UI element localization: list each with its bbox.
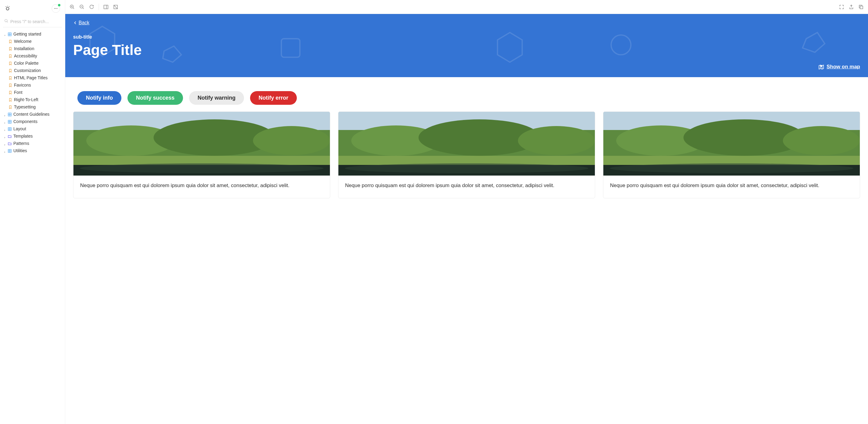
nav-label: Color Palette [14, 61, 38, 65]
caret-right-icon [4, 128, 6, 130]
grid-icon [8, 32, 11, 36]
hero-banner: Back sub-title Page Title Show on map [65, 14, 868, 77]
card: Neque porro quisquam est qui dolorem ips… [603, 111, 860, 198]
svg-point-38 [518, 126, 595, 155]
grid-icon [8, 120, 11, 123]
copy-icon[interactable] [858, 4, 864, 10]
back-link[interactable]: Back [73, 20, 90, 26]
svg-point-30 [253, 126, 330, 155]
caret-right-icon [4, 149, 6, 152]
nav-item-getting-started[interactable]: Getting started [3, 30, 62, 38]
app-logo-icon [5, 5, 10, 12]
card-text: Neque porro quisquam est qui dolorem ips… [73, 175, 330, 198]
nav-item-layout[interactable]: Layout [3, 125, 62, 133]
nav-label: Layout [13, 126, 26, 131]
card-text: Neque porro quisquam est qui dolorem ips… [338, 175, 595, 198]
nav-item-installation[interactable]: Installation [3, 45, 62, 52]
svg-point-33 [80, 163, 323, 173]
card: Neque porro quisquam est qui dolorem ips… [338, 111, 595, 198]
nav-label: Installation [14, 46, 34, 51]
bookmark-icon [8, 68, 12, 72]
svg-rect-12 [104, 5, 108, 9]
refresh-icon[interactable] [89, 4, 94, 10]
nav-item-font[interactable]: Font [3, 89, 62, 96]
nav-item-typesetting[interactable]: Typesetting [3, 103, 62, 111]
nav-label: HTML Page Titles [14, 75, 48, 80]
bookmark-icon [8, 39, 12, 43]
svg-point-4 [5, 20, 7, 22]
bookmark-icon [8, 54, 12, 58]
nav-label: Patterns [13, 141, 29, 146]
nav-item-patterns[interactable]: Patterns [3, 140, 62, 147]
nav-label: Favicons [14, 83, 31, 87]
contrast-icon[interactable] [113, 4, 118, 10]
bookmark-icon [8, 105, 12, 109]
svg-point-49 [610, 163, 854, 173]
bookmark-icon [8, 76, 12, 80]
share-icon[interactable] [848, 4, 854, 10]
zoom-out-icon[interactable] [79, 4, 85, 10]
nav-item-content-guidelines[interactable]: Content Guidelines [3, 111, 62, 118]
nav-label: Customization [14, 68, 41, 73]
notify-warning-button[interactable]: Notify warning [189, 91, 244, 105]
svg-point-41 [345, 163, 588, 173]
svg-point-0 [6, 7, 9, 10]
nav-item-right-to-left[interactable]: Right-To-Left [3, 96, 62, 103]
more-button[interactable] [52, 4, 60, 13]
show-on-map-link[interactable]: Show on map [818, 64, 860, 70]
toolbar [65, 0, 868, 14]
search-icon [4, 19, 8, 24]
fullscreen-icon[interactable] [839, 4, 844, 10]
nav-tree: Getting started Welcome Installation Acc… [3, 30, 62, 154]
nav-item-html-page-titles[interactable]: HTML Page Titles [3, 74, 62, 81]
bookmark-icon [8, 61, 12, 65]
nav-label: Font [14, 90, 23, 95]
caret-right-icon [4, 135, 6, 137]
notify-buttons: Notify info Notify success Notify warnin… [73, 91, 860, 105]
card-image [73, 112, 330, 175]
bookmark-icon [8, 83, 12, 87]
show-on-map-label: Show on map [827, 64, 860, 70]
nav-item-color-palette[interactable]: Color Palette [3, 59, 62, 67]
svg-point-1 [54, 8, 55, 9]
card-image [338, 112, 595, 175]
bookmark-icon [8, 98, 12, 102]
svg-point-46 [783, 126, 860, 155]
caret-right-icon [4, 120, 6, 123]
folder-icon [8, 142, 11, 145]
folder-icon [8, 134, 11, 138]
nav-label: Utilities [13, 148, 27, 153]
panel-icon[interactable] [103, 4, 108, 10]
card: Neque porro quisquam est qui dolorem ips… [73, 111, 330, 198]
nav-item-accessibility[interactable]: Accessibility [3, 52, 62, 59]
nav-label: Welcome [14, 39, 32, 44]
zoom-in-icon[interactable] [69, 4, 75, 10]
card-image [603, 112, 860, 175]
grid-icon [8, 127, 11, 131]
caret-down-icon [4, 33, 6, 35]
nav-item-favicons[interactable]: Favicons [3, 81, 62, 89]
card-text: Neque porro quisquam est qui dolorem ips… [603, 175, 860, 198]
nav-item-templates[interactable]: Templates [3, 133, 62, 140]
notify-success-button[interactable]: Notify success [127, 91, 183, 105]
bookmark-icon [8, 90, 12, 94]
nav-item-customization[interactable]: Customization [3, 67, 62, 74]
nav-label: Typesetting [14, 105, 36, 109]
notify-error-button[interactable]: Notify error [250, 91, 297, 105]
nav-item-welcome[interactable]: Welcome [3, 38, 62, 45]
nav-label: Getting started [13, 32, 41, 36]
nav-label: Right-To-Left [14, 97, 38, 102]
sidebar: Getting started Welcome Installation Acc… [0, 0, 65, 424]
search-input[interactable] [10, 19, 61, 24]
notify-info-button[interactable]: Notify info [78, 91, 121, 105]
svg-rect-14 [860, 6, 863, 9]
nav-item-components[interactable]: Components [3, 118, 62, 125]
caret-right-icon [4, 113, 6, 115]
nav-label: Templates [13, 134, 33, 139]
chevron-left-icon [73, 21, 78, 25]
nav-label: Accessibility [14, 53, 37, 58]
caret-right-icon [4, 142, 6, 145]
back-label: Back [79, 20, 90, 26]
nav-item-utilities[interactable]: Utilities [3, 147, 62, 154]
nav-label: Components [13, 119, 37, 124]
